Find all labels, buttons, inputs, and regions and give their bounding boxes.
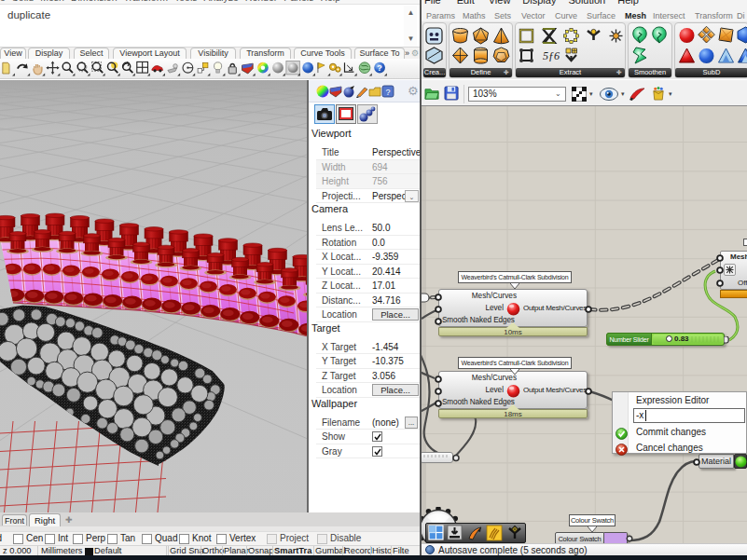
svg-text:?: ? xyxy=(377,63,382,73)
svg-text:?: ? xyxy=(385,88,390,97)
svg-text:5ƒ6: 5ƒ6 xyxy=(543,49,560,62)
